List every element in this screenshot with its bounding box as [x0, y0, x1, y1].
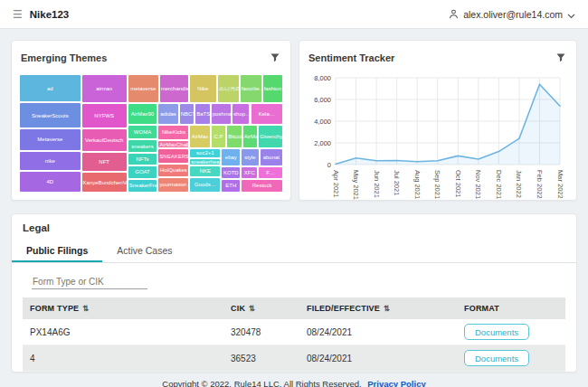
treemap-cell-label: shop… — [232, 111, 249, 117]
treemap-cell-label: metaverse — [129, 86, 156, 91]
treemap-cell[interactable]: NYFWS — [81, 103, 128, 128]
tab-active-cases[interactable]: Active Cases — [102, 240, 186, 262]
sort-icon[interactable]: ⇅ — [82, 304, 89, 313]
treemap-cell-label: WOMA — [133, 129, 152, 135]
treemap-cell[interactable]: NKE — [189, 165, 221, 176]
treemap-cell[interactable]: merchandises — [159, 74, 189, 103]
sentiment-tracker-panel: Sentiment Tracker 02,0004,0006,0008,000A… — [299, 40, 577, 201]
treemap-cell[interactable]: nike — [19, 151, 81, 171]
treemap-cell[interactable]: AirMax — [189, 125, 210, 148]
treemap-cell[interactable]: NFTs — [128, 153, 158, 165]
treemap-cell[interactable]: GOAT — [128, 165, 158, 178]
treemap-cell[interactable]: fashion — [262, 74, 283, 103]
treemap-cell-label: Givenchy — [259, 134, 282, 139]
treemap-cell[interactable]: SneakerFreakerFan — [128, 179, 158, 193]
treemap-cell[interactable]: abonat — [260, 148, 283, 166]
sort-icon[interactable]: ⇅ — [384, 304, 390, 313]
treemap-cell[interactable]: 스니커즈 — [217, 74, 240, 103]
treemap-cell[interactable]: Bitcoin — [226, 125, 242, 148]
table-header-row: FORM TYPE⇅ CIK⇅ FILED/EFFECTIVE⇅ FORMAT — [23, 297, 565, 319]
treemap-cell[interactable]: yourmaster… — [157, 177, 189, 193]
treemap-cell[interactable]: KanyeBundchenVogueMan — [81, 172, 128, 193]
treemap-cell[interactable]: SNEAKERS_N_K — [157, 148, 189, 164]
treemap-cell[interactable]: C.P — [211, 125, 227, 148]
treemap-cell-label: poshmark — [212, 111, 231, 117]
treemap-cell-label: NYFWS — [93, 113, 115, 118]
treemap-cell[interactable]: shop… — [232, 103, 250, 125]
treemap-cell[interactable]: adidas — [157, 103, 178, 125]
legal-panel: Legal Public Filings Active Cases FORM T… — [11, 213, 577, 373]
svg-text:0: 0 — [327, 161, 331, 169]
filter-icon[interactable] — [555, 49, 567, 67]
hamburger-menu-icon[interactable]: ☰ — [13, 9, 23, 20]
treemap-cell[interactable]: SneakerScouts — [19, 102, 81, 127]
cell-cik: 320478 — [223, 323, 299, 342]
filter-icon[interactable] — [269, 49, 281, 67]
treemap-cell[interactable]: poshmark — [211, 103, 232, 125]
treemap-cell[interactable]: HotQuakes — [157, 164, 189, 176]
treemap-cell-label: XFC — [243, 170, 256, 175]
treemap-cell[interactable]: ad — [19, 74, 81, 102]
treemap-cell[interactable]: BaTS — [194, 103, 211, 125]
svg-text:2,000: 2,000 — [314, 139, 331, 147]
treemap-cell[interactable]: Restock — [241, 179, 283, 193]
documents-button[interactable]: Documents — [464, 350, 529, 366]
app-title: Nike123 — [30, 9, 69, 20]
cell-filed-effective: 08/24/2021 — [299, 323, 457, 342]
treemap-cell[interactable]: AirMax90 — [128, 103, 158, 125]
treemap-cell[interactable]: WOMA — [128, 125, 158, 140]
treemap-cell[interactable]: Kela… — [251, 103, 284, 125]
treemap-cell-label: ebay — [224, 155, 238, 160]
treemap-cell[interactable]: NFT — [81, 152, 128, 173]
treemap-cell[interactable]: airmax — [81, 74, 128, 103]
treemap-cell[interactable]: sneakers — [128, 139, 158, 152]
treemap-cell[interactable]: Nike — [189, 74, 217, 103]
svg-text:Sep 2021: Sep 2021 — [433, 170, 441, 199]
treemap-cell[interactable]: VerkaufDeutsch — [81, 128, 128, 152]
treemap-cell[interactable]: AirMaxChallenge — [157, 140, 189, 148]
treemap-cell[interactable]: soc2+1 — [189, 148, 221, 158]
treemap-cell[interactable]: favorite… — [240, 74, 262, 103]
treemap-cell[interactable]: Givenchy — [258, 125, 283, 148]
tab-public-filings[interactable]: Public Filings — [12, 240, 102, 262]
treemap-cell-label: Restock — [251, 183, 273, 188]
treemap-cell[interactable]: Goods… — [189, 177, 221, 193]
treemap-cell-label: AirMax90 — [130, 111, 155, 117]
treemap-cell[interactable]: 4D — [19, 171, 81, 193]
treemap-cell[interactable]: AirMag — [242, 125, 259, 148]
treemap-cell[interactable]: NBCT+ — [179, 103, 195, 125]
treemap-cell-label: BaTS — [195, 111, 210, 117]
top-bar: ☰ Nike123 alex.oliver@rule14.com — [0, 0, 588, 29]
treemap-cell[interactable]: style — [241, 148, 259, 166]
user-menu[interactable]: alex.oliver@rule14.com — [449, 6, 575, 23]
treemap-cell[interactable]: F… — [258, 166, 283, 179]
legal-tabs: Public Filings Active Cases — [12, 240, 576, 263]
treemap-cell[interactable]: sneakerhead — [189, 158, 221, 166]
svg-text:Mar 2022: Mar 2022 — [556, 170, 564, 199]
emerging-themes-treemap: adSneakerScoutsMetaversenike4DairmaxNYFW… — [19, 74, 283, 193]
treemap-cell[interactable]: metaverse — [128, 74, 159, 103]
legal-title: Legal — [12, 222, 576, 240]
header-filed-effective[interactable]: FILED/EFFECTIVE⇅ — [299, 297, 457, 319]
documents-button[interactable]: Documents — [464, 324, 529, 340]
treemap-cell[interactable]: XFC — [241, 166, 258, 179]
header-form-type[interactable]: FORM TYPE⇅ — [23, 297, 223, 319]
user-email: alex.oliver@rule14.com — [463, 9, 563, 20]
treemap-cell[interactable]: ebay — [221, 148, 241, 166]
svg-text:6,000: 6,000 — [314, 96, 331, 104]
chevron-down-icon — [567, 6, 575, 23]
header-cik[interactable]: CIK⇅ — [223, 297, 299, 319]
treemap-cell-label: KOTD — [223, 170, 240, 175]
footer: Copyright © 2022, Rule14 LLC, All Rights… — [0, 379, 588, 387]
dashboard: Emerging Themes adSneakerScoutsMetaverse… — [0, 40, 588, 373]
sort-icon[interactable]: ⇅ — [249, 304, 255, 313]
treemap-cell-label: SneakerFreakerFan — [128, 183, 157, 188]
treemap-cell-label: C.P — [213, 134, 223, 139]
form-type-cik-input[interactable] — [32, 275, 147, 289]
treemap-cell[interactable]: ETH — [221, 179, 241, 193]
treemap-cell[interactable]: NikeKicks — [157, 125, 189, 140]
treemap-cell-label: favorite… — [241, 86, 261, 91]
treemap-cell[interactable]: Metaverse — [19, 128, 81, 152]
privacy-policy-link[interactable]: Privacy Policy — [367, 379, 425, 387]
treemap-cell[interactable]: KOTD — [221, 166, 241, 179]
